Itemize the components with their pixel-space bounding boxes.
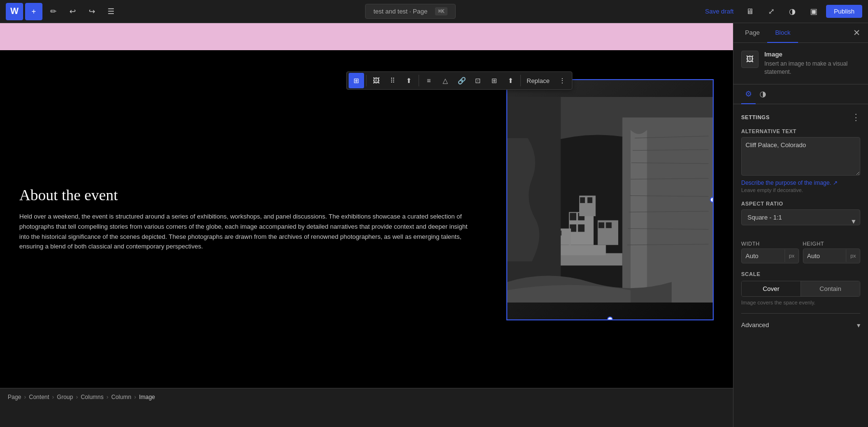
block-info-title: Image: [764, 51, 860, 58]
leave-empty-text: Leave empty if decorative.: [741, 187, 860, 193]
settings-more-button[interactable]: ⋮: [852, 112, 860, 123]
replace-button[interactable]: Replace: [523, 74, 554, 87]
cover-button[interactable]: Cover: [742, 281, 801, 296]
svg-rect-16: [606, 222, 611, 228]
alt-text-input[interactable]: Cliff Palace, Colorado: [741, 137, 860, 176]
breadcrumb-sep-3: ›: [76, 394, 78, 400]
redo-button[interactable]: ↪: [83, 3, 100, 20]
responsive-view-button[interactable]: ⤢: [762, 3, 780, 20]
image-icon-button[interactable]: 🖼: [368, 73, 384, 88]
more-options-button[interactable]: ⋮: [555, 73, 570, 88]
add-block-button[interactable]: +: [25, 3, 42, 20]
advanced-section: Advanced ▾: [741, 313, 860, 331]
keyboard-shortcut: ⌘K: [435, 7, 447, 15]
about-title[interactable]: About the event: [19, 186, 468, 204]
settings-gear-tab[interactable]: ⚙: [741, 84, 756, 104]
breadcrumb-column[interactable]: Column: [111, 394, 131, 400]
publish-button[interactable]: Publish: [826, 5, 862, 18]
undo-button[interactable]: ↩: [64, 3, 81, 20]
right-column: [487, 50, 733, 388]
desktop-view-button[interactable]: 🖥: [741, 3, 759, 20]
tab-block[interactable]: Block: [767, 23, 798, 43]
breadcrumb-image[interactable]: Image: [139, 394, 155, 400]
cliff-palace-svg: [507, 80, 713, 319]
list-view-button[interactable]: ☰: [102, 3, 120, 20]
svg-rect-10: [570, 213, 577, 220]
settings-contrast-tab[interactable]: ◑: [756, 84, 770, 104]
wp-logo[interactable]: W: [6, 3, 23, 20]
breadcrumb-bar: Page › Content › Group › Columns › Colum…: [0, 388, 733, 405]
link-button[interactable]: 🔗: [454, 73, 469, 88]
describe-link[interactable]: Describe the purpose of the image. ↗: [741, 179, 860, 186]
toolbar-center: test and test · Page ⌘K: [365, 4, 455, 19]
sidebar-close-button[interactable]: ✕: [849, 25, 864, 41]
tools-button[interactable]: ✏: [44, 3, 62, 20]
toolbar-separator-1: [366, 75, 366, 86]
settings-section-header: Settings ⋮: [741, 112, 860, 123]
resize-handle-right[interactable]: [710, 197, 714, 203]
svg-rect-21: [587, 197, 592, 203]
expand-button[interactable]: ⊞: [487, 73, 502, 88]
breadcrumb-sep-2: ›: [52, 394, 54, 400]
sidebar-content: Settings ⋮ ALTERNATIVE TEXT Cliff Palace…: [733, 104, 868, 427]
about-text[interactable]: Held over a weekend, the event is struct…: [19, 212, 468, 252]
breadcrumb-sep-4: ›: [107, 394, 108, 400]
image-block[interactable]: [506, 79, 714, 320]
page-title-bar[interactable]: test and test · Page ⌘K: [365, 4, 455, 19]
alt-text-section: ALTERNATIVE TEXT Cliff Palace, Colorado …: [741, 128, 860, 193]
breadcrumb-group[interactable]: Group: [57, 394, 73, 400]
svg-rect-15: [598, 222, 604, 228]
wide-width-button[interactable]: ⊞: [349, 73, 364, 88]
alt-text-label: ALTERNATIVE TEXT: [741, 128, 860, 134]
tab-page[interactable]: Page: [737, 23, 767, 43]
breadcrumb-columns[interactable]: Columns: [81, 394, 103, 400]
breadcrumb-content[interactable]: Content: [29, 394, 49, 400]
breadcrumb-sep-5: ›: [134, 394, 136, 400]
aspect-ratio-select[interactable]: Original Square - 1:1 4:3 3:2 16:9: [741, 209, 860, 225]
toolbar-separator-2: [419, 75, 419, 86]
breadcrumb-sep-1: ›: [24, 394, 26, 400]
scale-desc: Image covers the space evenly.: [741, 300, 860, 305]
height-input[interactable]: [803, 249, 846, 263]
theme-button[interactable]: ◑: [784, 3, 801, 20]
width-field: WIDTH px: [741, 241, 799, 263]
aspect-ratio-section: ASPECT RATIO Original Square - 1:1 4:3 3…: [741, 201, 860, 233]
breadcrumb-page[interactable]: Page: [8, 394, 21, 400]
contain-button[interactable]: Contain: [801, 281, 860, 296]
toolbar-separator-3: [520, 75, 521, 86]
canvas-content: About the event Held over a weekend, the…: [0, 50, 733, 388]
crop-button[interactable]: ⊡: [470, 73, 486, 88]
resize-handle-bottom[interactable]: [607, 317, 613, 320]
content-columns: About the event Held over a weekend, the…: [0, 50, 733, 388]
width-label: WIDTH: [741, 241, 799, 247]
main-area: ⊞ 🖼 ⠿ ⬆ ≡ △ 🔗 ⊡ ⊞ ⬆ Replace ⋮ About the …: [0, 23, 868, 427]
block-toolbar: ⊞ 🖼 ⠿ ⬆ ≡ △ 🔗 ⊡ ⊞ ⬆ Replace ⋮: [346, 71, 572, 90]
toolbar-left: W + ✏ ↩ ↪ ☰: [6, 3, 120, 20]
alt-text-button[interactable]: △: [437, 73, 453, 88]
settings-toggle-button[interactable]: ▣: [805, 3, 822, 20]
scale-buttons: Cover Contain: [741, 281, 860, 297]
image-placeholder: [507, 80, 713, 319]
scale-section: SCALE Cover Contain Image covers the spa…: [741, 271, 860, 305]
right-sidebar: Page Block ✕ 🖼 Image Insert an image to …: [733, 23, 868, 427]
advanced-title: Advanced: [741, 321, 769, 329]
svg-rect-13: [578, 224, 585, 232]
top-bar: W + ✏ ↩ ↪ ☰ test and test · Page ⌘K Save…: [0, 0, 868, 23]
sidebar-tabs: Page Block ✕: [733, 23, 868, 43]
aspect-ratio-label: ASPECT RATIO: [741, 201, 860, 207]
width-unit: px: [785, 249, 799, 262]
left-column: About the event Held over a weekend, the…: [0, 50, 487, 388]
block-icon: 🖼: [741, 51, 759, 68]
page-title: test and test · Page: [373, 8, 427, 15]
drag-button[interactable]: ⠿: [385, 73, 400, 88]
block-info: 🖼 Image Insert an image to make a visual…: [733, 43, 868, 84]
advanced-header[interactable]: Advanced ▾: [741, 319, 860, 331]
block-info-text: Image Insert an image to make a visual s…: [764, 51, 860, 76]
block-info-desc: Insert an image to make a visual stateme…: [764, 60, 860, 76]
canvas: ⊞ 🖼 ⠿ ⬆ ≡ △ 🔗 ⊡ ⊞ ⬆ Replace ⋮ About the …: [0, 23, 733, 427]
save-draft-button[interactable]: Save draft: [701, 5, 737, 18]
align-left-button[interactable]: ≡: [421, 73, 436, 88]
upload-button[interactable]: ⬆: [503, 73, 518, 88]
width-input[interactable]: [742, 249, 785, 263]
move-up-button[interactable]: ⬆: [401, 73, 417, 88]
